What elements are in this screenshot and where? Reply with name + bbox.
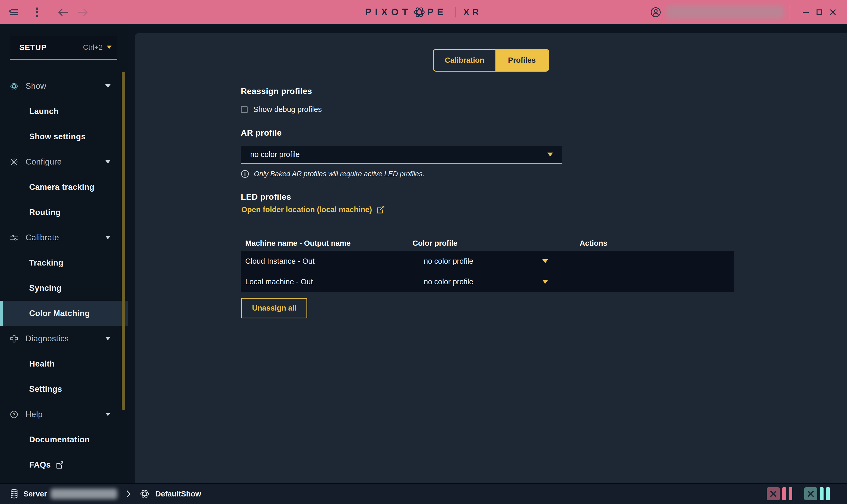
sidebar-item-calibrate[interactable]: Calibrate [0,225,128,250]
checkbox-unchecked[interactable] [241,106,247,113]
stop-icon[interactable] [767,487,780,500]
sidebar-item-diagnostics[interactable]: Diagnostics [0,326,128,351]
statusbar: Server DefaultShow [0,483,847,504]
calibration-profiles-tabs: Calibration Profiles [433,49,549,72]
sidebar-item-routing[interactable]: Routing [0,200,128,225]
column-color-profile: Color profile [413,239,580,248]
table-row: Cloud Instance - Out no color profile [241,251,733,271]
sidebar-item-documentation[interactable]: Documentation [0,427,128,452]
chevron-down-icon [105,413,110,416]
sidebar-item-syncing[interactable]: Syncing [0,275,128,301]
pause-icon[interactable] [789,487,792,500]
tab-profiles[interactable]: Profiles [496,50,548,71]
app-logo: PIXOT PE XR [365,0,482,24]
product-name: XR [463,7,482,17]
redacted-account-text [666,5,784,19]
current-show-name[interactable]: DefaultShow [155,490,201,498]
pixotope-knot-icon [10,82,19,91]
gear-icon [10,157,19,167]
titlebar: PIXOT PE XR [0,0,847,25]
server-label: Server [23,490,47,498]
pause-icon[interactable] [782,487,786,500]
pause-icon[interactable] [820,487,824,500]
ar-profile-title: AR profile [241,128,282,138]
unassign-all-button[interactable]: Unassign all [241,298,307,318]
main-content-area: Calibration Profiles Reassign profiles S… [128,25,847,483]
open-folder-location-link[interactable]: Open folder location (local machine) [241,205,385,214]
column-actions: Actions [580,239,733,248]
sidebar-item-show[interactable]: Show [0,73,128,99]
svg-text:?: ? [13,412,15,417]
sidebar-item-tracking[interactable]: Tracking [0,250,128,275]
setup-label: SETUP [19,43,47,52]
stop-icon[interactable] [804,487,817,500]
led-profiles-title: LED profiles [241,192,291,202]
pixotope-knot-icon [413,5,426,19]
logo-divider [455,7,455,17]
reassign-profiles-title: Reassign profiles [241,86,312,96]
logo-text-right: PE [427,7,447,18]
external-link-icon [376,205,385,214]
setup-section-selector[interactable]: SETUP Ctrl+2 [10,36,117,60]
pixotope-knot-icon [139,488,150,499]
sidebar-item-camera-tracking[interactable]: Camera tracking [0,175,128,200]
account-icon[interactable] [650,6,661,18]
chevron-down-icon [542,280,548,284]
database-icon [10,489,19,499]
back-arrow-icon[interactable] [57,6,69,18]
chevron-down-icon [105,236,110,239]
show-debug-profiles-checkbox[interactable]: Show debug profiles [241,105,322,114]
external-link-icon [55,461,64,469]
table-row: Local machine - Out no color profile [241,271,733,292]
minimize-icon[interactable] [799,5,813,19]
chevron-down-icon [547,152,553,157]
chevron-down-icon [542,259,548,263]
column-machine-name: Machine name - Output name [241,239,413,248]
sidebar-item-faqs[interactable]: FAQs [0,452,128,478]
pause-icon[interactable] [826,487,830,500]
sidebar-item-color-matching[interactable]: Color Matching [0,301,128,326]
titlebar-divider [790,5,790,20]
chevron-right-icon [126,489,131,498]
logo-text-left: PIXOT [365,7,412,18]
sidebar-scrollbar[interactable] [122,72,125,410]
forward-arrow-icon[interactable] [77,6,89,18]
sidebar-item-show-settings[interactable]: Show settings [0,124,128,149]
sidebar-item-launch[interactable]: Launch [0,99,128,124]
profiles-panel: Calibration Profiles Reassign profiles S… [135,33,847,483]
sidebar-nav: Show Launch Show settings Configure [0,73,128,478]
sliders-icon [10,233,19,242]
info-icon [241,170,249,178]
redacted-server-name [51,489,117,499]
maximize-icon[interactable] [813,5,826,19]
setup-shortcut: Ctrl+2 [83,43,103,52]
sidebar-item-help[interactable]: ? Help [0,402,128,427]
collapse-sidebar-icon[interactable] [8,6,19,18]
sidebar-item-configure[interactable]: Configure [0,149,128,175]
chevron-down-icon [105,84,110,88]
chevron-down-icon [107,46,111,49]
ar-profile-dropdown[interactable]: no color profile [241,146,562,164]
row-color-profile-dropdown[interactable]: no color profile [413,257,548,266]
health-cross-icon [10,334,19,343]
sidebar-item-health[interactable]: Health [0,351,128,376]
chevron-down-icon [105,337,110,340]
chevron-down-icon [105,160,110,163]
led-profiles-table-header: Machine name - Output name Color profile… [241,236,733,250]
question-icon: ? [10,410,19,419]
kebab-menu-icon[interactable] [31,6,43,18]
close-icon[interactable] [826,5,840,19]
sidebar: SETUP Ctrl+2 Show Launch Show settings [0,25,128,483]
sidebar-item-settings[interactable]: Settings [0,376,128,402]
led-profiles-table: Cloud Instance - Out no color profile Lo… [241,251,733,292]
ar-profile-note: Only Baked AR profiles will require acti… [241,170,425,178]
tab-calibration[interactable]: Calibration [434,50,496,71]
row-color-profile-dropdown[interactable]: no color profile [413,277,548,286]
